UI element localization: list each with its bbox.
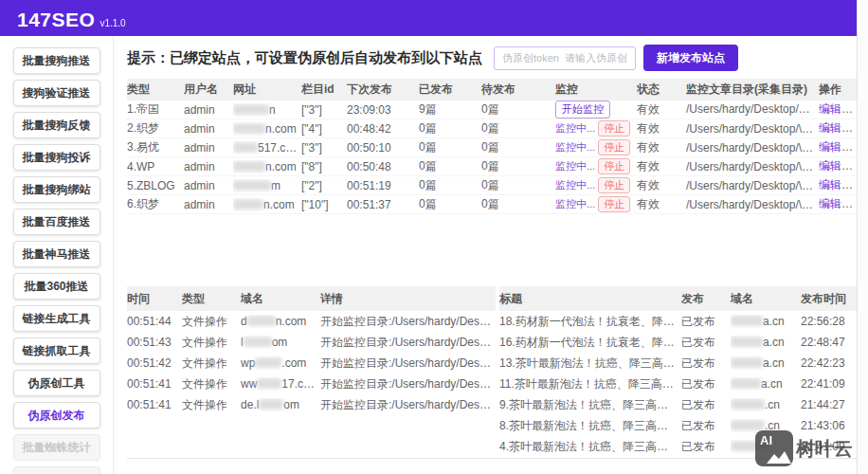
- site-actions: 编辑|删除: [819, 196, 857, 212]
- site-user: admin: [184, 160, 233, 173]
- log-type: 文件操作: [182, 356, 241, 372]
- redacted-domain: [731, 337, 763, 347]
- edit-link[interactable]: 编辑: [819, 178, 853, 191]
- sidebar-item-pseudo-original-publish[interactable]: 伪原创发布: [13, 402, 100, 428]
- site-monitor-dir: /Users/hardy/Desktop/\=]-P09...: [686, 160, 819, 173]
- body: 批量搜狗推送 搜狗验证推送 批量搜狗反馈 批量搜狗投诉 批量搜狗绑站 批量百度推…: [0, 36, 857, 474]
- site-next-publish: 00:48:42: [347, 122, 419, 136]
- publish-domain: .cn: [731, 398, 801, 411]
- site-type: 2.织梦: [127, 120, 184, 137]
- site-pending-count: 0篇: [481, 139, 555, 155]
- site-type: 3.易优: [127, 139, 184, 155]
- sidebar-item-link-generator[interactable]: 链接生成工具: [13, 305, 100, 332]
- site-monitor-dir: /Users/hardy/Desktop/水淼文章: [686, 101, 819, 118]
- sidebar-item-shenma-push[interactable]: 批量神马推送: [13, 241, 100, 267]
- article-title: 11.茶叶最新泡法！抗癌、降三高、降尿酸效力涨...: [499, 376, 681, 392]
- site-actions: 编辑|删除: [819, 177, 857, 193]
- col-actions: 操作: [819, 82, 857, 98]
- site-column-id: ["8"]: [301, 160, 347, 173]
- redacted-domain: [731, 378, 761, 389]
- main-content: 提示：已绑定站点，可设置伪原创后自动发布到以下站点 新增发布站点 类型 用户名 …: [114, 36, 857, 474]
- table-row: 00:51:44 文件操作 dn.com 开始监控目录:/Users/hardy…: [127, 311, 496, 332]
- sidebar-item-link-crawler[interactable]: 链接抓取工具: [13, 337, 100, 364]
- add-publish-site-button[interactable]: 新增发布站点: [643, 45, 738, 71]
- log-type: 文件操作: [182, 397, 241, 413]
- table-row: 2.织梦 admin n.com ["4"] 00:48:42 0篇 0篇 监控…: [127, 119, 857, 138]
- log-tables: 时间 类型 域名 详情 00:51:44 文件操作 dn.com 开始监控目录:…: [127, 286, 857, 459]
- publish-status: 已发布: [681, 356, 731, 372]
- site-url: n.com: [233, 198, 301, 211]
- publish-status: 已发布: [681, 376, 731, 392]
- edit-link[interactable]: 编辑: [819, 102, 853, 116]
- stop-monitor-button[interactable]: 停止: [598, 120, 630, 137]
- log-time: 00:51:41: [127, 398, 182, 411]
- table-row: 13.茶叶最新泡法！抗癌、降三高、降尿酸效力涨... 已发布 a.cn 22:4…: [499, 353, 857, 374]
- col-title: 标题: [499, 291, 681, 307]
- sidebar: 批量搜狗推送 搜狗验证推送 批量搜狗反馈 批量搜狗投诉 批量搜狗绑站 批量百度推…: [0, 36, 114, 474]
- site-url: m: [233, 179, 301, 192]
- stop-monitor-button[interactable]: 停止: [598, 177, 630, 193]
- col-column-id: 栏目id: [301, 82, 347, 98]
- sidebar-item-spider-stats[interactable]: 批量蜘蛛统计: [13, 434, 100, 461]
- sidebar-item-sogou-bind-site[interactable]: 批量搜狗绑站: [13, 176, 100, 203]
- redacted-domain: [259, 399, 283, 410]
- watermark: AI 树叶云: [755, 430, 853, 466]
- sidebar-item-sogou-verify-push[interactable]: 搜狗验证推送: [13, 80, 100, 106]
- scrollbar-track[interactable]: [858, 0, 868, 474]
- col-type: 类型: [182, 291, 241, 307]
- site-pending-count: 0篇: [481, 177, 555, 193]
- site-actions: 编辑|删除: [819, 139, 857, 155]
- site-next-publish: 00:51:37: [347, 198, 419, 211]
- article-title: 4.茶叶最新泡法！抗癌、降三高、降尿酸效力涨十...: [499, 439, 681, 455]
- col-publish: 发布: [681, 291, 731, 307]
- site-next-publish: 00:50:48: [347, 160, 419, 173]
- sites-table: 类型 用户名 网址 栏目id 下次发布 已发布 待发布 监控 状态 监控文章目录…: [127, 79, 857, 214]
- publish-status: 已发布: [681, 439, 731, 455]
- redacted-url: [233, 180, 271, 191]
- sidebar-item-sogou-complaint[interactable]: 批量搜狗投诉: [13, 144, 100, 171]
- sidebar-item-sogou-feedback[interactable]: 批量搜狗反馈: [13, 112, 100, 138]
- site-user: admin: [184, 141, 233, 155]
- edit-link[interactable]: 编辑: [819, 121, 853, 135]
- site-column-id: ["3"]: [301, 141, 347, 155]
- sidebar-item-sogou-push[interactable]: 批量搜狗推送: [13, 47, 100, 74]
- ai-image-icon: AI: [755, 430, 793, 466]
- col-published: 已发布: [419, 82, 481, 98]
- redacted-domain: [731, 399, 765, 410]
- edit-link[interactable]: 编辑: [819, 197, 853, 210]
- log-type: 文件操作: [182, 376, 241, 392]
- stop-monitor-button[interactable]: 停止: [598, 196, 630, 212]
- article-title: 18.药材新一代泡法！抗衰老、降三高、降自体普...: [499, 314, 681, 330]
- sidebar-item-pseudo-original-tool[interactable]: 伪原创工具: [13, 370, 100, 396]
- site-monitor-cell: 监控中...停止: [555, 177, 637, 193]
- monitoring-label: 监控中...: [555, 160, 595, 172]
- site-monitor-cell: 监控中...停止: [555, 139, 637, 155]
- log-domain: ww17.com: [241, 377, 320, 391]
- sidebar-item-360-push[interactable]: 批量360推送: [13, 273, 100, 300]
- log-detail: 开始监控目录:/Users/hardy/Desktop/\=]-P09Q1/k.…: [320, 397, 496, 413]
- table-row: 00:51:42 文件操作 wp.com 开始监控目录:/Users/hardy…: [127, 353, 496, 374]
- article-title: 9.茶叶最新泡法！抗癌、降三高、降尿酸效力涨十...: [499, 397, 681, 413]
- site-pending-count: 0篇: [481, 158, 555, 174]
- publish-domain: a.cn: [731, 377, 801, 391]
- token-input[interactable]: [494, 46, 636, 70]
- sidebar-item-clipped[interactable]: [13, 466, 100, 474]
- log-detail: 开始监控目录:/Users/hardy/Desktop/\=]-P09Q1/k.…: [320, 376, 496, 392]
- site-column-id: ["10"]: [301, 198, 347, 211]
- site-type: 6.织梦: [127, 196, 184, 212]
- edit-link[interactable]: 编辑: [819, 140, 853, 154]
- site-status: 有效: [637, 177, 686, 193]
- edit-link[interactable]: 编辑: [819, 159, 853, 173]
- redacted-url: [233, 104, 269, 115]
- publish-time: 22:56:28: [801, 315, 857, 328]
- file-log-table: 时间 类型 域名 详情 00:51:44 文件操作 dn.com 开始监控目录:…: [127, 286, 496, 458]
- sidebar-item-baidu-push[interactable]: 批量百度推送: [13, 209, 100, 235]
- site-monitor-dir: /Users/hardy/Desktop/\=]-P09...: [686, 122, 819, 136]
- stop-monitor-button[interactable]: 停止: [598, 139, 630, 155]
- stop-monitor-button[interactable]: 停止: [598, 158, 630, 174]
- sites-table-header: 类型 用户名 网址 栏目id 下次发布 已发布 待发布 监控 状态 监控文章目录…: [127, 79, 857, 100]
- table-row: 00:51:43 文件操作 lom 开始监控目录:/Users/hardy/De…: [127, 332, 496, 353]
- start-monitor-button[interactable]: 开始监控: [555, 100, 610, 118]
- col-detail: 详情: [320, 291, 496, 307]
- log-type: 文件操作: [182, 335, 241, 351]
